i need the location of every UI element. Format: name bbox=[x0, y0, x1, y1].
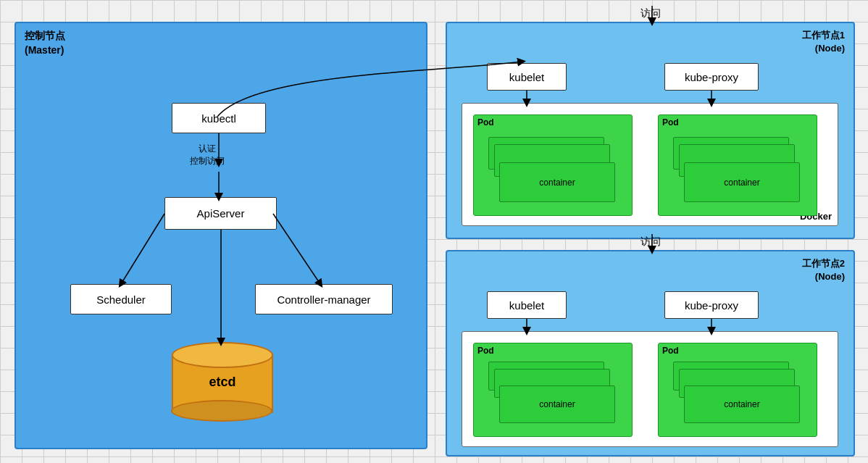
etcd-label: etcd bbox=[209, 375, 235, 390]
worker1-kubelet-box: kubelet bbox=[487, 63, 567, 91]
worker1-kube-proxy-box: kube-proxy bbox=[664, 63, 759, 91]
worker1-pod1-container-label: container bbox=[539, 178, 575, 188]
controller-box: Controller-manager bbox=[255, 284, 393, 314]
svg-line-3 bbox=[273, 214, 320, 284]
worker1-panel: 工作节点1 (Node) 访问 kubelet kube-proxy Docke… bbox=[446, 22, 855, 239]
worker1-label: 工作节点1 (Node) bbox=[802, 29, 845, 55]
worker2-label: 工作节点2 (Node) bbox=[802, 257, 845, 283]
worker1-kubelet-label: kubelet bbox=[509, 71, 544, 83]
worker1-kube-proxy-label: kube-proxy bbox=[685, 71, 738, 83]
worker1-pod2: Pod container bbox=[658, 114, 817, 216]
master-label: 控制节点 (Master) bbox=[25, 29, 65, 57]
master-panel: 控制节点 (Master) kubectl 认证 控制访问 ApiServer … bbox=[14, 22, 427, 449]
worker2-title2: (Node) bbox=[815, 271, 845, 282]
worker1-pod2-container: container bbox=[684, 162, 800, 202]
worker2-pod2-container: container bbox=[684, 385, 800, 423]
worker1-pod2-container-label: container bbox=[724, 178, 759, 188]
worker1-access-label: 访问 bbox=[640, 7, 661, 20]
scheduler-box: Scheduler bbox=[70, 284, 172, 314]
worker2-pod1: Pod container bbox=[473, 343, 633, 437]
worker2-access-text: 访问 bbox=[640, 235, 661, 247]
kubectl-label: kubectl bbox=[201, 112, 236, 125]
worker2-kube-proxy-box: kube-proxy bbox=[664, 291, 759, 319]
kubectl-box: kubectl bbox=[172, 103, 266, 133]
worker1-pod2-label: Pod bbox=[662, 117, 679, 128]
etcd-bottom bbox=[171, 400, 272, 422]
worker2-pod2-label: Pod bbox=[662, 346, 679, 356]
worker2-inner: Pod container Pod container bbox=[462, 331, 838, 447]
worker1-pod1-label: Pod bbox=[477, 117, 494, 128]
master-title-line1: 控制节点 bbox=[25, 30, 65, 41]
diagram: 控制节点 (Master) kubectl 认证 控制访问 ApiServer … bbox=[0, 0, 868, 463]
worker2-kube-proxy-label: kube-proxy bbox=[685, 299, 738, 312]
worker1-title1: 工作节点1 bbox=[802, 30, 845, 41]
worker1-inner: Docker Pod container Pod container bbox=[462, 103, 838, 226]
auth-annotation: 认证 控制访问 bbox=[190, 143, 225, 167]
worker2-kubelet-box: kubelet bbox=[487, 291, 567, 319]
worker1-title2: (Node) bbox=[815, 43, 845, 54]
master-title-line2: (Master) bbox=[25, 44, 64, 56]
worker2-pod1-container: container bbox=[499, 385, 615, 423]
apiserver-box: ApiServer bbox=[164, 197, 277, 230]
annotation-line2: 控制访问 bbox=[190, 156, 225, 166]
svg-line-2 bbox=[121, 214, 164, 284]
worker2-kubelet-label: kubelet bbox=[509, 299, 544, 312]
etcd-top bbox=[172, 342, 273, 368]
worker2-pod1-container-label: container bbox=[539, 399, 575, 409]
worker2-access-label: 访问 bbox=[640, 235, 661, 249]
worker2-pod2-container-label: container bbox=[724, 399, 759, 409]
worker2-pod2: Pod container bbox=[658, 343, 817, 437]
worker1-pod1-container: container bbox=[499, 162, 615, 202]
worker1-pod1: Pod container bbox=[473, 114, 633, 216]
worker2-pod1-label: Pod bbox=[477, 346, 494, 356]
annotation-line1: 认证 bbox=[199, 143, 216, 154]
worker1-access-text: 访问 bbox=[640, 7, 661, 19]
etcd-cylinder: etcd bbox=[172, 342, 273, 422]
apiserver-label: ApiServer bbox=[197, 207, 245, 220]
worker2-title1: 工作节点2 bbox=[802, 258, 845, 269]
worker2-panel: 工作节点2 (Node) 访问 kubelet kube-proxy Pod c… bbox=[446, 250, 855, 456]
scheduler-label: Scheduler bbox=[96, 293, 146, 306]
controller-label: Controller-manager bbox=[277, 293, 370, 306]
etcd-container: etcd bbox=[172, 342, 273, 422]
